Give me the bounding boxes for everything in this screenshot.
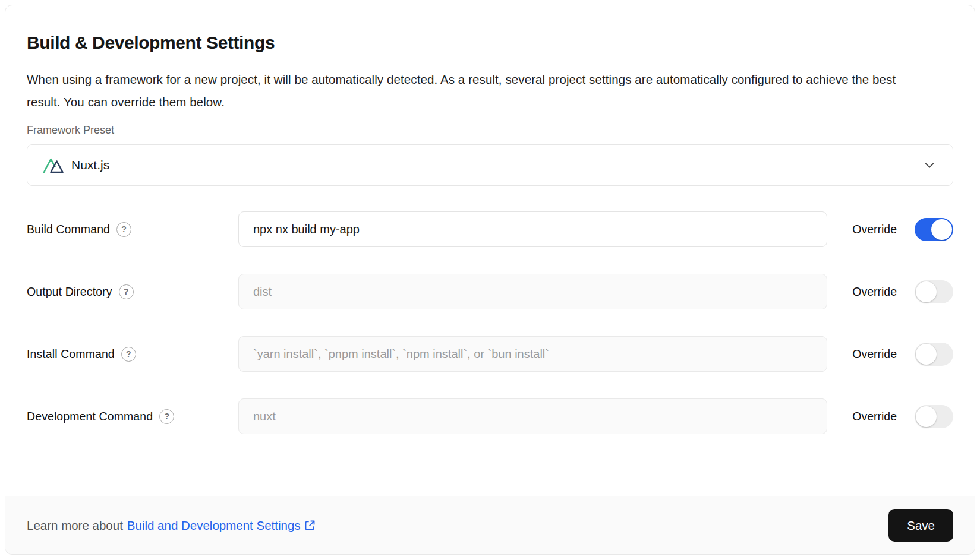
- build-settings-card: Build & Development Settings When using …: [5, 5, 975, 555]
- build-command-row: Build Command ? Override: [27, 211, 953, 247]
- override-label: Override: [852, 223, 897, 236]
- development-command-input[interactable]: [238, 398, 827, 434]
- card-footer: Learn more about Build and Development S…: [5, 496, 975, 554]
- override-label: Override: [852, 285, 897, 299]
- framework-preset-label: Framework Preset: [27, 124, 953, 137]
- framework-preset-select[interactable]: Nuxt.js: [27, 144, 953, 186]
- toggle-knob: [931, 219, 952, 240]
- override-label: Override: [852, 347, 897, 361]
- build-command-override-toggle[interactable]: [915, 218, 953, 241]
- output-directory-row: Output Directory ? Override: [27, 274, 953, 309]
- output-directory-label: Output Directory: [27, 285, 112, 299]
- build-command-input[interactable]: [238, 211, 827, 247]
- help-icon[interactable]: ?: [119, 284, 134, 299]
- install-command-label: Install Command: [27, 347, 115, 361]
- settings-rows: Build Command ? Override Output Director…: [27, 211, 953, 434]
- build-settings-docs-link[interactable]: Build and Development Settings: [127, 518, 316, 533]
- toggle-knob: [916, 406, 937, 427]
- external-link-icon: [304, 519, 316, 531]
- development-command-row: Development Command ? Override: [27, 398, 953, 434]
- install-command-row: Install Command ? Override: [27, 336, 953, 372]
- toggle-knob: [916, 281, 937, 302]
- install-command-input[interactable]: [238, 336, 827, 372]
- development-command-override-toggle[interactable]: [915, 405, 953, 428]
- toggle-knob: [916, 344, 937, 365]
- output-directory-override-toggle[interactable]: [915, 280, 953, 303]
- development-command-label: Development Command: [27, 410, 153, 423]
- help-icon[interactable]: ?: [159, 409, 174, 424]
- help-icon[interactable]: ?: [116, 222, 131, 237]
- build-command-label: Build Command: [27, 223, 110, 236]
- section-description: When using a framework for a new project…: [27, 68, 900, 113]
- chevron-down-icon: [922, 157, 937, 173]
- learn-more-text: Learn more about: [27, 518, 123, 533]
- save-button[interactable]: Save: [888, 509, 953, 542]
- framework-selected-value: Nuxt.js: [71, 158, 109, 172]
- help-icon[interactable]: ?: [121, 347, 136, 362]
- output-directory-input[interactable]: [238, 274, 827, 309]
- nuxtjs-logo-icon: [43, 156, 64, 174]
- override-label: Override: [852, 410, 897, 423]
- install-command-override-toggle[interactable]: [915, 343, 953, 366]
- card-body: Build & Development Settings When using …: [5, 5, 975, 496]
- section-title: Build & Development Settings: [27, 33, 953, 53]
